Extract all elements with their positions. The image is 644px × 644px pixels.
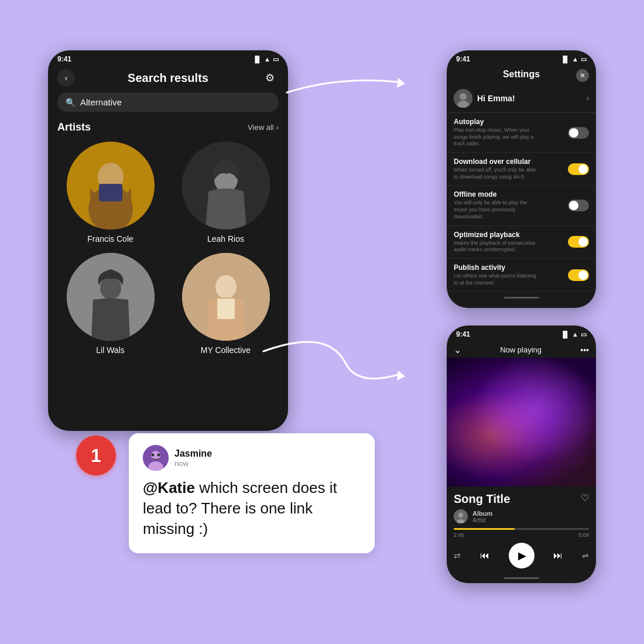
progress-section: 2:45 5:09 <box>447 523 596 540</box>
commenter-avatar <box>143 445 169 471</box>
wifi-icon: ▲ <box>264 56 270 63</box>
status-bar-search: 9:41 ▐▌ ▲ ▭ <box>48 50 288 66</box>
status-icons-np: ▐▌ ▲ ▭ <box>561 331 587 338</box>
commenter-info: Jasmine now <box>174 448 212 468</box>
artists-section: Artists View all › <box>48 121 288 355</box>
artist-name-my: MY Collective <box>201 345 251 355</box>
artist-name-francis: Francis Cole <box>87 234 133 244</box>
toggle-autoplay[interactable] <box>568 127 589 139</box>
progress-bar[interactable] <box>454 528 589 530</box>
artist-card-francis[interactable]: Francis Cole <box>57 142 163 244</box>
playback-controls: ⇄ ⏮ ▶ ⏭ ⇌ <box>447 540 596 573</box>
next-icon[interactable]: ⏭ <box>553 550 563 561</box>
artists-header: Artists View all › <box>57 121 279 133</box>
profile-left: Hi Emma! <box>454 89 515 108</box>
artist-card-leah[interactable]: Leah Rios <box>173 142 279 244</box>
settings-header: Settings ✕ <box>447 66 596 84</box>
setting-info-offline: Offline mode You will only be able to pl… <box>454 190 542 220</box>
play-button[interactable]: ▶ <box>509 543 535 568</box>
settings-title: Settings <box>503 69 540 79</box>
svg-marker-23 <box>397 78 405 88</box>
toggle-publish-activity[interactable] <box>568 269 589 281</box>
battery-icon: ▭ <box>273 56 279 63</box>
time-total: 5:09 <box>578 532 589 538</box>
artist-avatar-my <box>182 253 270 341</box>
status-time-search: 9:41 <box>57 55 71 63</box>
phone-settings: 9:41 ▐▌ ▲ ▭ Settings ✕ Hi Emma! › Autopl <box>447 50 596 308</box>
setting-name-offline: Offline mode <box>454 190 542 198</box>
toggle-download-cellular[interactable] <box>568 163 589 175</box>
svg-marker-24 <box>397 371 405 381</box>
setting-desc-publish: Let others see what you're listening to … <box>454 273 542 286</box>
chevron-right-icon: › <box>276 123 279 132</box>
artist-name-leah: Leah Rios <box>207 234 244 244</box>
search-query: Alternative <box>80 97 122 107</box>
setting-desc-offline: You will only be able to play the music … <box>454 200 542 220</box>
artist-name-lilwals: Lil Wals <box>96 345 125 355</box>
artist-card-lilwals[interactable]: Lil Wals <box>57 253 163 355</box>
np-home-bar <box>504 577 539 579</box>
previous-icon[interactable]: ⏮ <box>480 550 489 561</box>
status-bar-np: 9:41 ▐▌ ▲ ▭ <box>447 326 596 341</box>
artist-mini-avatar <box>454 509 468 523</box>
view-all-button[interactable]: View all › <box>248 123 279 132</box>
setting-desc-autoplay: Play non-stop music. When your songs fin… <box>454 127 542 148</box>
options-icon[interactable]: ••• <box>580 345 589 355</box>
settings-home-indicator <box>447 292 596 303</box>
song-title: Song Title <box>454 492 510 506</box>
svg-point-22 <box>157 454 160 457</box>
wifi-icon-s: ▲ <box>572 56 578 63</box>
shuffle-icon[interactable]: ⇄ <box>454 551 461 560</box>
repeat-icon[interactable]: ⇌ <box>582 551 589 560</box>
search-bar[interactable]: 🔍 Alternative <box>57 93 279 112</box>
profile-avatar <box>454 89 472 108</box>
status-icons-settings: ▐▌ ▲ ▭ <box>561 56 587 63</box>
svg-rect-3 <box>99 184 122 201</box>
album-name: Album <box>472 510 492 517</box>
setting-offline-mode: Offline mode You will only be able to pl… <box>447 186 596 225</box>
search-icon: 🔍 <box>66 98 76 107</box>
svg-rect-11 <box>217 299 235 319</box>
heart-icon[interactable]: ♡ <box>581 492 589 503</box>
album-artist-text: Album Artist <box>472 510 492 523</box>
progress-fill <box>454 528 515 530</box>
setting-row-download: Download over cellular When turned off, … <box>454 157 589 180</box>
status-icons-search: ▐▌ ▲ ▭ <box>253 56 279 63</box>
chevron-down-icon[interactable]: ⌄ <box>454 344 461 355</box>
settings-icon[interactable]: ⚙ <box>261 69 279 87</box>
signal-icon: ▐▌ <box>253 56 262 63</box>
artist-avatar-leah <box>182 142 270 229</box>
profile-row[interactable]: Hi Emma! › <box>447 84 596 113</box>
artist-name-np: Artist <box>472 517 492 523</box>
notification-badge: 1 <box>76 436 116 475</box>
battery-icon-s: ▭ <box>581 56 587 63</box>
song-info: Song Title ♡ <box>447 487 596 509</box>
setting-row-autoplay: Autoplay Play non-stop music. When your … <box>454 118 589 148</box>
setting-info-publish: Publish activity Let others see what you… <box>454 263 542 286</box>
svg-point-21 <box>152 454 155 457</box>
signal-icon-np: ▐▌ <box>561 331 570 338</box>
signal-icon-s: ▐▌ <box>561 56 570 63</box>
setting-download-cellular: Download over cellular When turned off, … <box>447 153 596 186</box>
np-home-indicator <box>447 573 596 583</box>
wifi-icon-np: ▲ <box>572 331 578 338</box>
svg-point-13 <box>460 93 467 100</box>
artist-avatar-lilwals <box>67 253 155 341</box>
setting-row-optimized: Optimized playback Makes the playback of… <box>454 231 589 254</box>
home-bar <box>504 297 539 299</box>
svg-point-10 <box>215 275 237 299</box>
close-button[interactable]: ✕ <box>576 69 589 82</box>
svg-point-8 <box>100 276 121 300</box>
profile-chevron-icon: › <box>587 94 589 102</box>
setting-name-optimized: Optimized playback <box>454 231 542 239</box>
status-time-np: 9:41 <box>456 330 470 338</box>
search-header: ‹ Search results ⚙ <box>48 66 288 93</box>
mention-katie: @Katie <box>143 479 195 496</box>
setting-autoplay: Autoplay Play non-stop music. When your … <box>447 113 596 153</box>
toggle-optimized-playback[interactable] <box>568 236 589 248</box>
badge-number: 1 <box>91 445 101 467</box>
artist-card-my[interactable]: MY Collective <box>173 253 279 355</box>
back-button[interactable]: ‹ <box>57 69 75 87</box>
toggle-offline-mode[interactable] <box>568 200 589 211</box>
setting-row-publish: Publish activity Let others see what you… <box>454 263 589 286</box>
